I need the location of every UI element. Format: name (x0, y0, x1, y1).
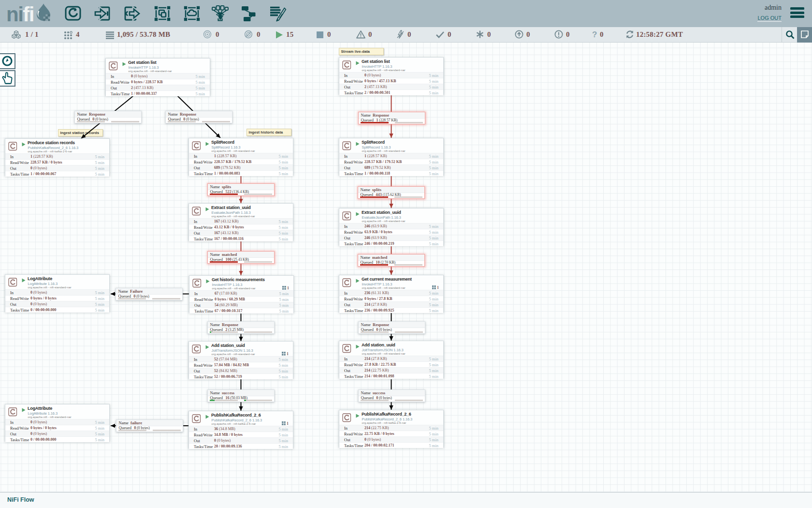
svg-text:?: ? (592, 30, 597, 39)
